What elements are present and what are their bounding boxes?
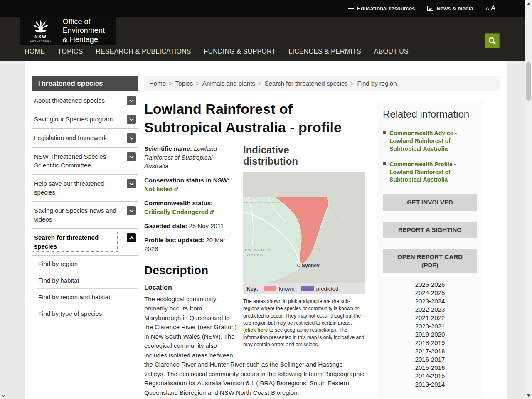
breadcrumb-search-for-threatened-species[interactable]: Search for threatened species (265, 80, 348, 87)
year-link[interactable]: 2024-2025 (383, 288, 477, 297)
year-link[interactable]: 2019-2020 (383, 330, 477, 338)
site-logo[interactable]: NSW GOVERNMENT Office of Environment & H… (20, 17, 116, 45)
chevron-down-icon[interactable] (127, 115, 136, 124)
sidebar-item-legislation-and-framework[interactable]: Legislation and framework (32, 129, 138, 148)
logo-nsw-text: NSW (34, 35, 47, 39)
sidebar-subitem-find-by-type-of-species[interactable]: Find by type of species (37, 305, 138, 322)
conservation-status-link[interactable]: Not listed (144, 185, 178, 192)
sidebar-item-about-threatened-species[interactable]: About threatened species (32, 91, 138, 110)
year-link[interactable]: 2014-2015 (383, 372, 477, 380)
site-header: NSW GOVERNMENT Office of Environment & H… (0, 17, 532, 61)
news-media-label: News & media (436, 5, 473, 12)
year-link[interactable]: 2025-2026 (383, 280, 477, 288)
breadcrumb-current-find-by-region: Find by region (357, 80, 397, 87)
chevron-down-icon[interactable] (127, 206, 136, 215)
scroll-up-arrow[interactable] (525, 0, 532, 7)
indicative-distribution-section: Indicative distribution Sydney (243, 144, 365, 349)
agency-line-2: Environment (63, 26, 105, 34)
chevron-down-icon[interactable] (127, 96, 136, 105)
breadcrumb-separator: > (196, 80, 200, 87)
map-key: Key: known predicted (243, 283, 365, 294)
page-title: Lowland Rainforest of Subtropical Austra… (144, 100, 365, 137)
nav-licences-permits[interactable]: LICENCES & PERMITS (288, 48, 361, 55)
viewport: Educational resources News & media A A (0, 0, 532, 399)
font-increase-button[interactable]: A (491, 4, 495, 12)
sidebar-item-label: Saving our Species news and videos (34, 206, 116, 224)
year-link[interactable]: 2015-2016 (383, 363, 477, 372)
sidebar-subitem-find-by-region-and-habitat[interactable]: Find by region and habitat (37, 289, 138, 305)
year-link[interactable]: 2023-2024 (383, 297, 477, 305)
news-media-icon (427, 6, 433, 11)
chevron-up-icon[interactable] (127, 233, 136, 242)
sidebar-item-help-save-our-threatened-species[interactable]: Help save our threatened species (32, 175, 138, 202)
click-here-link[interactable]: click here (245, 327, 268, 333)
external-link-icon (209, 210, 214, 214)
species-profile-article: Lowland Rainforest of Subtropical Austra… (144, 100, 365, 397)
report-card-years-list: 2025-2026 2024-2025 2023-2024 2022-2023 … (383, 280, 477, 388)
distribution-map: Sydney EW SOUTH WALES (243, 172, 365, 283)
year-link[interactable]: 2017-2018 (383, 347, 477, 355)
educational-resources-link[interactable]: Educational resources (348, 5, 415, 12)
year-link[interactable]: 2016-2017 (383, 355, 477, 363)
map-caption: The areas shown in pink and/purple are t… (243, 298, 365, 349)
corner-scroll-hint[interactable] (0, 392, 7, 399)
sidebar-item-saving-our-species-program[interactable]: Saving our Species program (32, 110, 138, 129)
nav-research-publications[interactable]: RESEARCH & PUBLICATIONS (96, 48, 191, 55)
agency-line-1: Office of (63, 17, 91, 26)
triangle-down-icon (527, 394, 530, 397)
conservation-status-value: Not listed (144, 185, 172, 192)
agency-name: Office of Environment & Heritage (63, 17, 105, 44)
search-icon (488, 37, 496, 45)
external-link-icon (174, 187, 178, 192)
year-link[interactable]: 2021-2022 (383, 313, 477, 322)
report-a-sighting-button[interactable]: REPORT A SIGHTING (383, 222, 477, 238)
chevron-down-icon (2, 394, 5, 397)
year-link[interactable]: 2022-2023 (383, 305, 477, 313)
profile-updated-label: Profile last updated: (144, 236, 204, 244)
breadcrumb-animals-and-plants[interactable]: Animals and plants (202, 80, 255, 87)
nav-topics[interactable]: TOPICS (58, 48, 83, 55)
vertical-scrollbar[interactable] (525, 0, 532, 399)
main-column: Home>Topics>Animals and plants>Search fo… (144, 76, 507, 398)
breadcrumb: Home>Topics>Animals and plants>Search fo… (144, 76, 500, 91)
sidebar-item-label: About threatened species (34, 96, 116, 105)
commonwealth-status-link[interactable]: Critically Endangered (144, 208, 214, 215)
year-link[interactable]: 2018-2019 (383, 338, 477, 347)
nav-funding-support[interactable]: FUNDING & SUPPORT (204, 48, 276, 55)
year-link[interactable]: 2013-2014 (383, 380, 477, 388)
search-button[interactable] (485, 33, 500, 48)
news-media-link[interactable]: News & media (427, 5, 473, 12)
nav-home[interactable]: HOME (25, 48, 45, 55)
nav-about-us[interactable]: ABOUT US (374, 48, 409, 55)
related-link-item: Commonwealth Advice - Lowland Rainforest… (383, 129, 477, 153)
sidebar-item-nsw-threatened-species-scientific-committee[interactable]: NSW Threatened Species Scientific Commit… (32, 148, 138, 175)
chevron-down-icon[interactable] (127, 152, 136, 161)
sidebar-item-label: Help save our threatened species (34, 179, 116, 197)
square-bullet-icon (383, 162, 386, 165)
logo-divider (57, 20, 57, 42)
commonwealth-advice-link[interactable]: Commonwealth Advice - Lowland Rainforest… (389, 129, 477, 153)
sidebar-item-search-for-threatened-species[interactable]: Search for threatened species (32, 229, 138, 256)
sidebar-subitem-find-by-region[interactable]: Find by region (37, 256, 138, 272)
sidebar-item-label: Legislation and framework (34, 133, 116, 142)
sidebar-subitem-find-by-habitat[interactable]: Find by habitat (37, 272, 138, 289)
sidebar-item-label: Search for threatened species (34, 233, 116, 251)
scroll-down-arrow[interactable] (525, 392, 532, 399)
year-link[interactable]: 2020-2021 (383, 322, 477, 330)
predicted-color-swatch (301, 286, 314, 291)
breadcrumb-separator: > (258, 80, 262, 87)
font-decrease-button[interactable]: A (486, 6, 489, 12)
chevron-down-icon[interactable] (127, 179, 136, 188)
breadcrumb-topics[interactable]: Topics (175, 80, 193, 87)
breadcrumb-home[interactable]: Home (149, 80, 166, 87)
get-involved-button[interactable]: GET INVOLVED (383, 194, 477, 211)
page-body: Threatened species About threatened spec… (25, 61, 507, 399)
state-label-line2: WALES (246, 252, 263, 257)
chevron-down-icon[interactable] (127, 133, 136, 143)
scrollbar-thumb[interactable] (526, 62, 531, 101)
commonwealth-profile-link[interactable]: Commonwealth Profile - Lowland Rainfores… (389, 160, 477, 184)
open-report-card-button[interactable]: OPEN REPORT CARD (PDF) (383, 249, 477, 274)
commonwealth-status-value: Critically Endangered (144, 208, 208, 215)
sidebar-item-saving-our-species-news-and-videos[interactable]: Saving our Species news and videos (32, 202, 138, 229)
triangle-up-icon (527, 2, 530, 5)
